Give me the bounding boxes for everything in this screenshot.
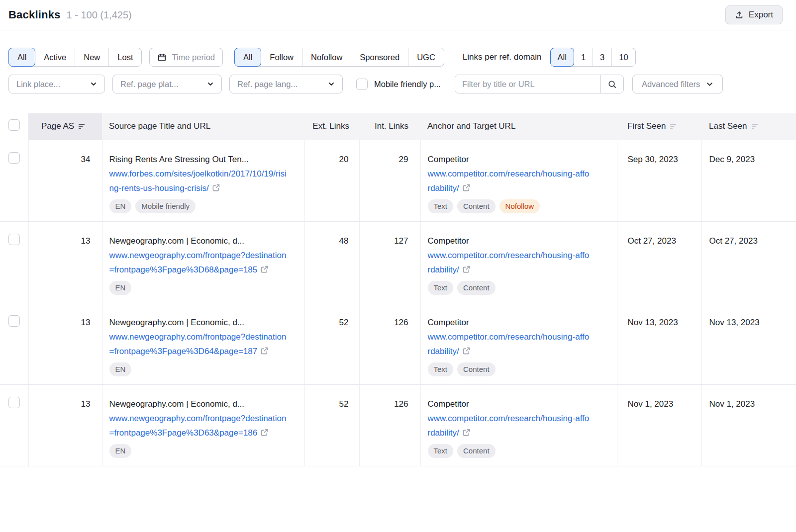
ext-links-value: 48 [304,221,359,303]
column-header-anchor: Anchor and Target URL [420,113,617,140]
backlinks-table: Page AS Source page Title and URL Ext. L… [0,113,796,466]
links-per-domain-segmented-control: All 1 3 10 [550,48,636,67]
follow-option-ugc[interactable]: UGC [408,48,444,66]
links-per-domain-1[interactable]: 1 [574,48,593,66]
ref-page-platform-dropdown[interactable]: Ref. page plat... [112,75,222,93]
ref-page-platform-label: Ref. page plat... [120,80,179,89]
table-row: 13 Newgeography.com | Economic, d... www… [0,221,796,303]
title-bar: Backlinks 1 - 100 (1,425) Export [0,0,796,30]
external-link-icon[interactable] [212,183,220,192]
external-link-icon[interactable] [462,347,471,355]
target-url-link[interactable]: www.competitor.com/research/housing-affo… [428,411,592,440]
external-link-icon[interactable] [462,183,471,192]
chevron-down-icon [706,81,713,88]
filter-row-2: Link place... Ref. page plat... Ref. pag… [8,75,788,93]
int-links-value: 126 [359,384,420,466]
row-checkbox[interactable] [8,234,20,245]
export-button[interactable]: Export [725,5,783,24]
time-period-button[interactable]: Time period [149,48,223,67]
external-link-icon[interactable] [260,347,269,355]
source-url-link[interactable]: www.forbes.com/sites/joelkotkin/2017/10/… [109,167,290,195]
link-type-badge: Text [428,199,454,213]
column-header-first-seen[interactable]: First Seen [617,113,701,140]
external-link-icon[interactable] [462,265,471,273]
follow-option-follow[interactable]: Follow [261,48,302,66]
search-box [455,75,624,93]
status-option-new[interactable]: New [75,48,109,66]
table-row: 34 Rising Rents Are Stressing Out Ten...… [0,140,796,221]
anchor-text: Competitor [428,234,617,248]
links-per-domain-10[interactable]: 10 [612,48,635,66]
search-button[interactable] [600,75,623,93]
link-placement-dropdown[interactable]: Link place... [8,75,105,93]
sort-icon [752,123,759,130]
calendar-icon [157,53,167,62]
select-all-checkbox[interactable] [8,119,20,131]
follow-segmented-control: All Follow Nofollow Sponsored UGC [234,48,444,67]
page-as-value: 34 [28,140,102,221]
page-as-value: 13 [28,303,102,384]
ref-page-language-dropdown[interactable]: Ref. page lang... [229,75,343,93]
table-row: 13 Newgeography.com | Economic, d... www… [0,384,796,466]
target-url-link[interactable]: www.competitor.com/research/housing-affo… [428,248,592,277]
status-option-active[interactable]: Active [35,48,75,66]
links-per-domain-all[interactable]: All [551,48,574,66]
status-option-all[interactable]: All [9,48,35,66]
column-header-last-seen[interactable]: Last Seen [701,113,796,140]
external-link-icon[interactable] [260,265,269,273]
follow-option-nofollow[interactable]: Nofollow [302,48,351,66]
page-as-value: 13 [28,221,102,303]
status-option-lost[interactable]: Lost [109,48,141,66]
source-url-link[interactable]: www.newgeography.com/frontpage?destinati… [109,330,290,358]
nofollow-badge: Nofollow [499,199,540,213]
links-per-domain-label: Links per ref. domain [463,52,542,62]
first-seen-value: Nov 13, 2023 [617,303,701,384]
row-checkbox[interactable] [8,152,20,164]
last-seen-value: Nov 1, 2023 [701,384,796,466]
column-header-ext-links: Ext. Links [304,113,359,140]
link-placement-badge: Content [457,362,496,376]
mobile-friendly-label: Mobile friendly p... [374,80,441,89]
source-title: Rising Rents Are Stressing Out Ten... [109,152,304,167]
link-placement-badge: Content [457,199,496,213]
filters-panel: All Active New Lost Time period All Foll… [0,48,796,93]
ref-page-language-label: Ref. page lang... [237,80,298,89]
follow-option-sponsored[interactable]: Sponsored [351,48,408,66]
language-badge: EN [109,362,132,376]
source-url-link[interactable]: www.newgeography.com/frontpage?destinati… [109,248,290,277]
target-url-link[interactable]: www.competitor.com/research/housing-affo… [428,167,592,195]
column-header-page-as[interactable]: Page AS [28,113,102,140]
row-checkbox[interactable] [8,315,20,327]
source-title: Newgeography.com | Economic, d... [109,234,304,248]
external-link-icon[interactable] [462,428,471,437]
anchor-text: Competitor [428,315,617,330]
int-links-value: 126 [359,303,420,384]
ext-links-value: 20 [304,140,359,221]
ext-links-value: 52 [304,303,359,384]
anchor-text: Competitor [428,152,617,167]
chevron-down-icon [207,81,214,88]
links-per-domain-3[interactable]: 3 [593,48,612,66]
page-title: Backlinks [8,8,61,21]
source-url-link[interactable]: www.newgeography.com/frontpage?destinati… [109,411,290,440]
row-checkbox[interactable] [8,397,20,408]
advanced-filters-button[interactable]: Advanced filters [632,75,723,93]
follow-option-all[interactable]: All [235,48,261,66]
language-badge: EN [109,281,132,295]
last-seen-value: Oct 27, 2023 [701,221,796,303]
first-seen-value: Sep 30, 2023 [617,140,701,221]
link-placement-label: Link place... [16,80,60,89]
search-input[interactable] [455,75,600,93]
link-type-badge: Text [428,281,454,295]
first-seen-value: Nov 1, 2023 [617,384,701,466]
chevron-down-icon [90,81,97,88]
target-url-link[interactable]: www.competitor.com/research/housing-affo… [428,330,592,358]
mobile-friendly-checkbox[interactable] [356,79,368,90]
external-link-icon[interactable] [260,428,269,437]
language-badge: EN [109,199,132,213]
link-placement-badge: Content [457,281,496,295]
advanced-filters-label: Advanced filters [642,80,700,89]
first-seen-value: Oct 27, 2023 [617,221,701,303]
filter-row-1: All Active New Lost Time period All Foll… [8,48,788,67]
table-row: 13 Newgeography.com | Economic, d... www… [0,303,796,384]
